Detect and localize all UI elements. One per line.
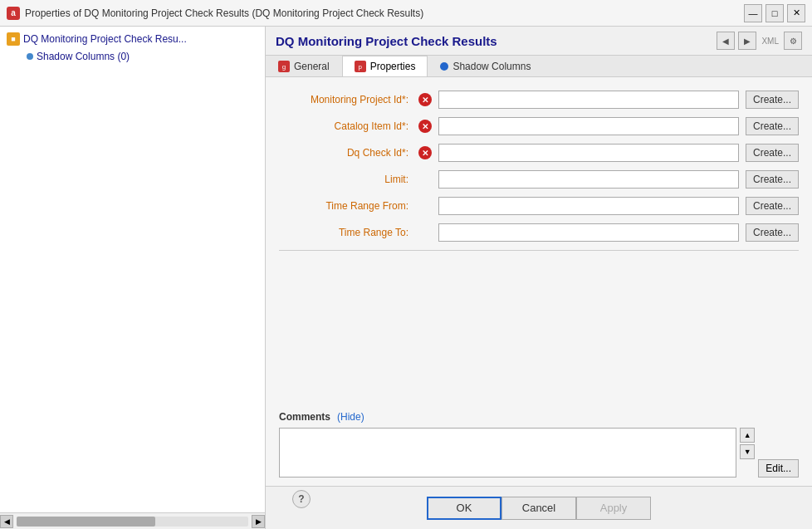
left-panel: ■ DQ Monitoring Project Check Resu... Sh… <box>0 27 266 529</box>
label-limit: Limit: <box>279 174 412 185</box>
title-bar: a Properties of DQ Monitoring Project Ch… <box>0 0 812 27</box>
right-panel: DQ Monitoring Project Check Results ◀ ▶ … <box>266 27 812 529</box>
form-row-time-range-from: Time Range From: Create... <box>279 197 799 215</box>
label-dq-check-id: Dq Check Id*: <box>279 147 412 159</box>
tree-root-label: DQ Monitoring Project Check Resu... <box>23 33 187 45</box>
form-row-monitoring-project-id: Monitoring Project Id*: ✕ Create... <box>279 91 799 109</box>
gear-button[interactable]: ⚙ <box>784 32 802 50</box>
footer-wrapper: ? OK Cancel Apply <box>279 497 799 520</box>
cancel-button[interactable]: Cancel <box>501 497 576 520</box>
folder-icon: ■ <box>7 32 20 46</box>
create-btn-catalog-item-id[interactable]: Create... <box>746 117 799 135</box>
maximize-button[interactable]: □ <box>766 4 784 22</box>
horizontal-scrollbar[interactable]: ◀ ▶ <box>0 512 265 529</box>
label-time-range-to: Time Range To: <box>279 227 412 238</box>
input-time-range-from[interactable] <box>438 197 739 215</box>
rp-header: DQ Monitoring Project Check Results ◀ ▶ … <box>266 27 812 56</box>
error-icon-catalog-item-id: ✕ <box>418 120 432 133</box>
comments-scroll-up[interactable]: ▲ <box>740 428 755 443</box>
tab-shadow-columns[interactable]: Shadow Columns <box>428 56 543 76</box>
error-icon-monitoring-project-id: ✕ <box>418 93 432 106</box>
comments-side-controls: ▲ ▼ <box>740 428 755 478</box>
comments-section: Comments (Hide) ▲ ▼ Edit... <box>266 411 812 486</box>
minimize-button[interactable]: — <box>744 4 762 22</box>
comments-label: Comments <box>279 411 330 423</box>
tab-shadow-label: Shadow Columns <box>452 61 531 72</box>
help-button[interactable]: ? <box>292 490 311 508</box>
tree-child-label: Shadow Columns (0) <box>37 51 130 62</box>
scroll-thumb[interactable] <box>17 517 155 527</box>
form-row-time-range-to: Time Range To: Create... <box>279 223 799 242</box>
tab-shadow-icon <box>440 62 448 71</box>
tab-general-icon: g <box>278 61 290 72</box>
comments-header: Comments (Hide) <box>279 411 799 423</box>
scroll-track[interactable] <box>17 517 248 527</box>
xml-label: XML <box>760 37 780 46</box>
scroll-left-arrow[interactable]: ◀ <box>0 515 13 528</box>
comments-area-wrapper: ▲ ▼ Edit... <box>279 428 799 478</box>
comments-edit-button[interactable]: Edit... <box>758 459 799 478</box>
apply-button[interactable]: Apply <box>576 497 651 520</box>
comments-scroll-down[interactable]: ▼ <box>740 444 755 459</box>
window-controls: — □ ✕ <box>744 4 805 22</box>
tab-properties-icon: p <box>355 61 366 72</box>
rp-toolbar: ◀ ▶ XML ⚙ <box>717 32 802 50</box>
comments-textarea[interactable] <box>279 428 736 478</box>
tab-general[interactable]: g General <box>266 56 342 76</box>
input-time-range-to[interactable] <box>438 223 739 242</box>
close-button[interactable]: ✕ <box>787 4 805 22</box>
tree-root-item[interactable]: ■ DQ Monitoring Project Check Resu... <box>0 30 265 48</box>
create-btn-time-range-from[interactable]: Create... <box>746 197 799 215</box>
create-btn-limit[interactable]: Create... <box>746 170 799 189</box>
tab-general-label: General <box>294 61 330 72</box>
dot-icon <box>27 53 33 60</box>
input-dq-check-id[interactable] <box>438 144 739 162</box>
scroll-right-arrow[interactable]: ▶ <box>252 515 265 528</box>
form-divider <box>279 250 799 251</box>
form-area: Monitoring Project Id*: ✕ Create... Cata… <box>266 77 812 411</box>
form-row-catalog-item-id: Catalog Item Id*: ✕ Create... <box>279 117 799 135</box>
input-limit[interactable] <box>438 170 739 189</box>
input-monitoring-project-id[interactable] <box>438 91 739 109</box>
create-btn-dq-check-id[interactable]: Create... <box>746 144 799 162</box>
create-btn-time-range-to[interactable]: Create... <box>746 223 799 242</box>
create-btn-monitoring-project-id[interactable]: Create... <box>746 91 799 109</box>
tree-view: ■ DQ Monitoring Project Check Resu... Sh… <box>0 27 265 512</box>
forward-button[interactable]: ▶ <box>738 32 756 50</box>
tabs-bar: g General p Properties Shadow Columns <box>266 56 812 77</box>
ok-button[interactable]: OK <box>427 497 501 520</box>
label-time-range-from: Time Range From: <box>279 200 412 212</box>
back-button[interactable]: ◀ <box>717 32 735 50</box>
window-title: Properties of DQ Monitoring Project Chec… <box>25 7 739 19</box>
label-catalog-item-id: Catalog Item Id*: <box>279 120 412 132</box>
app-icon: a <box>7 7 20 20</box>
input-catalog-item-id[interactable] <box>438 117 739 135</box>
label-monitoring-project-id: Monitoring Project Id*: <box>279 94 412 105</box>
comments-hide-link[interactable]: (Hide) <box>337 411 364 423</box>
form-row-limit: Limit: Create... <box>279 170 799 189</box>
rp-title: DQ Monitoring Project Check Results <box>276 34 497 48</box>
footer: ? OK Cancel Apply <box>266 486 812 529</box>
tab-properties[interactable]: p Properties <box>342 56 428 76</box>
tree-child-item[interactable]: Shadow Columns (0) <box>0 48 265 65</box>
main-container: ■ DQ Monitoring Project Check Resu... Sh… <box>0 27 812 529</box>
form-row-dq-check-id: Dq Check Id*: ✕ Create... <box>279 144 799 162</box>
error-icon-dq-check-id: ✕ <box>418 146 432 159</box>
tab-properties-label: Properties <box>370 61 416 72</box>
